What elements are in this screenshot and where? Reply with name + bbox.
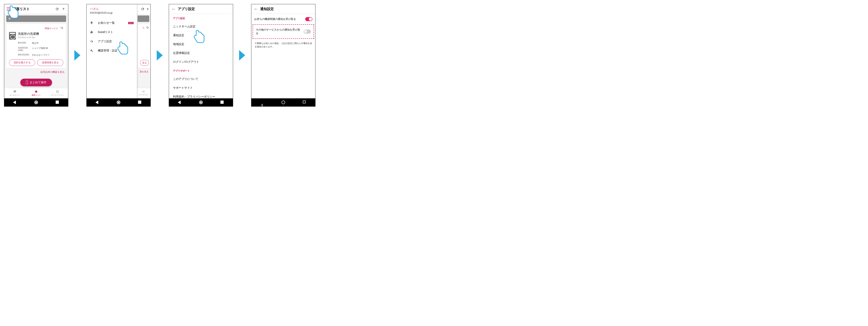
toggle-label: お持ちの機器関連の通知を受け取る [254, 17, 303, 21]
batch-label: まとめて操作 [30, 81, 46, 84]
android-nav-bar [169, 98, 233, 107]
view-wash-info-button[interactable]: 洗濯情報を見る [37, 59, 63, 66]
gear-icon [90, 40, 93, 43]
svg-rect-1 [57, 90, 58, 91]
drawer-username: ○○さん [90, 7, 134, 11]
bottom-tabs: タイムライン 機器リスト サービスリスト [4, 88, 68, 98]
toggle-switch-off[interactable] [304, 30, 311, 34]
nav-home[interactable] [34, 100, 38, 104]
settings-item-region[interactable]: 地域設定 [169, 40, 233, 49]
header: 機器リスト + [4, 4, 68, 14]
android-nav-bar [4, 98, 68, 107]
drawer-item-good-list[interactable]: Goodリスト [87, 28, 137, 37]
flow-arrow-icon [74, 50, 81, 61]
nav-recent[interactable] [56, 100, 59, 104]
device-name: 洗面所の洗濯機 [18, 32, 39, 36]
toggle-switch-on[interactable] [305, 17, 312, 21]
notification-toggle-row-devices: お持ちの機器関連の通知を受け取る [251, 14, 315, 24]
refresh-icon[interactable] [141, 7, 145, 11]
svg-rect-9 [143, 91, 143, 91]
gear-icon[interactable] [146, 26, 149, 30]
grid-icon [56, 90, 60, 93]
svg-rect-11 [144, 91, 145, 91]
new-badge: NEW [128, 22, 134, 24]
nav-back[interactable] [13, 100, 17, 104]
plus-icon[interactable]: + [147, 7, 149, 11]
device-timestamp: 2021/6/22 14:39 現在 [18, 36, 39, 39]
settings-item-login[interactable]: ログイン/ログアウト [169, 58, 233, 66]
screen-2-drawer: + ス 見る 器を見る ビスリスト ○○さん XXXXX@XXXX.co.jp … [86, 4, 151, 107]
svg-rect-10 [143, 91, 144, 91]
tab-label: 機器リスト [32, 94, 41, 96]
tab-partial: ビスリスト [136, 88, 151, 98]
settings-item-nickname[interactable]: ニックネーム設定 [169, 22, 233, 31]
nav-home[interactable] [199, 100, 203, 104]
plus-icon[interactable]: + [61, 7, 66, 11]
bell-icon [90, 21, 93, 25]
refresh-icon[interactable] [55, 7, 59, 11]
android-nav-bar [87, 98, 151, 107]
page-title: 機器リスト [13, 7, 53, 11]
tab-label: タイムライン [9, 94, 20, 96]
buy-detergent-button[interactable]: 洗剤を購入する [9, 59, 35, 66]
tab-label-partial: ビスリスト [139, 93, 148, 96]
settings-item-location[interactable]: 位置情報設定 [169, 49, 233, 58]
status-row: 洗濯用洗剤 (自動)シャープ洗剤 W [18, 47, 63, 52]
back-arrow-icon[interactable]: ← [172, 6, 176, 12]
related-services-link[interactable]: 関連サービス [45, 27, 58, 30]
status-value: やわらかソフナー [32, 54, 50, 57]
android-nav-bar [251, 98, 315, 107]
drawer-item-app-settings[interactable]: アプリ設定 [87, 37, 137, 46]
settings-item-about[interactable]: このアプリについて [169, 75, 233, 84]
view-button-partial[interactable]: 見る [140, 60, 149, 66]
header: ← アプリ設定 [169, 4, 233, 14]
remote-icon [26, 81, 28, 84]
nav-recent[interactable] [138, 100, 142, 104]
settings-item-terms[interactable]: 利用規約・プライバシーポリシー [169, 92, 233, 98]
notification-toggle-row-other: その他のサービスからの通知を受け取る [253, 24, 314, 39]
outside-devices-link[interactable]: 自宅以外の機器を見る [4, 70, 68, 76]
back-arrow-icon[interactable]: ← [254, 6, 258, 12]
svg-rect-6 [56, 92, 57, 93]
nav-recent[interactable] [303, 100, 306, 104]
related-link-partial: ス [142, 26, 145, 29]
toggle-label: その他のサービスからの通知を受け取る [256, 28, 302, 35]
page-title: アプリ設定 [178, 7, 230, 11]
tab-timeline[interactable]: タイムライン [4, 88, 26, 98]
content: 洗 関連サービス 洗面所の洗濯機 2021/6/22 14:39 現在 動作状態… [4, 14, 68, 88]
nav-back[interactable] [260, 100, 264, 104]
screen-4-notification-settings: ← 通知設定 お持ちの機器関連の通知を受け取る その他のサービスからの通知を受け… [251, 4, 315, 107]
status-label: 動作状態 [18, 41, 32, 45]
category-strip [137, 16, 149, 22]
svg-rect-8 [58, 92, 59, 93]
nav-home[interactable] [281, 100, 285, 104]
outside-link-partial: 器を見る [136, 70, 151, 73]
drawer-label: 機器管理・設定 [98, 49, 118, 53]
content: お持ちの機器関連の通知を受け取る その他のサービスからの通知を受け取る ※重要な… [251, 14, 315, 98]
section-header: アプリ設定 [169, 14, 233, 22]
svg-rect-13 [143, 92, 144, 92]
content: アプリ設定 ニックネーム設定 通知設定 地域設定 位置情報設定 ログイン/ログア… [169, 14, 233, 98]
drawer-label: アプリ設定 [98, 40, 112, 43]
category-strip: 洗 [6, 16, 66, 22]
home-icon [34, 90, 38, 93]
drawer-label: Goodリスト [98, 30, 113, 34]
svg-rect-2 [58, 90, 59, 91]
gear-icon[interactable] [60, 26, 63, 30]
tab-service-list[interactable]: サービスリスト [47, 88, 68, 98]
settings-item-notification[interactable]: 通知設定 [169, 31, 233, 40]
screen-3-app-settings: ← アプリ設定 アプリ設定 ニックネーム設定 通知設定 地域設定 位置情報設定 … [169, 4, 233, 107]
nav-drawer: ○○さん XXXXX@XXXX.co.jp お知らせ一覧 NEW Goodリスト… [87, 4, 137, 107]
drawer-email: XXXXX@XXXX.co.jp [90, 11, 134, 14]
batch-operate-button[interactable]: まとめて操作 [20, 79, 52, 86]
drawer-label: お知らせ一覧 [98, 21, 115, 25]
drawer-item-device-manage[interactable]: 機器管理・設定 [87, 46, 137, 55]
hamburger-icon[interactable] [7, 7, 11, 11]
nav-home[interactable] [117, 100, 120, 104]
nav-recent[interactable] [220, 100, 224, 104]
tab-device-list[interactable]: 機器リスト [26, 88, 47, 98]
nav-back[interactable] [178, 100, 181, 104]
settings-item-support[interactable]: サポートサイト [169, 84, 233, 92]
drawer-item-notices[interactable]: お知らせ一覧 NEW [87, 18, 137, 28]
nav-back[interactable] [95, 100, 99, 104]
